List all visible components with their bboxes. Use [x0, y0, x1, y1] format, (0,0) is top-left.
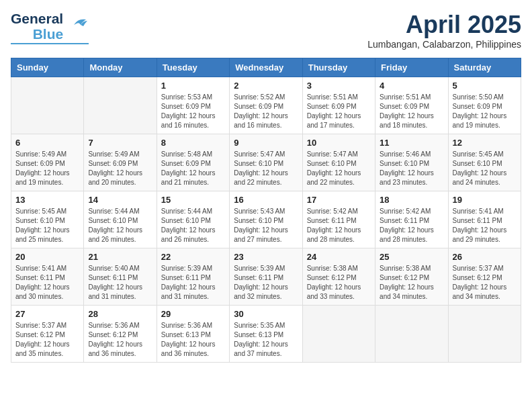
day-number: 25	[380, 252, 443, 262]
cell-sunrise-sunset-daylight: Sunrise: 5:42 AMSunset: 6:11 PMDaylight:…	[307, 207, 371, 244]
cell-sunrise-sunset-daylight: Sunrise: 5:38 AMSunset: 6:12 PMDaylight:…	[307, 264, 371, 302]
calendar-cell: 30Sunrise: 5:35 AMSunset: 6:13 PMDayligh…	[230, 306, 302, 363]
calendar-cell: 1Sunrise: 5:53 AMSunset: 6:09 PMDaylight…	[157, 77, 229, 134]
calendar-cell: 16Sunrise: 5:43 AMSunset: 6:10 PMDayligh…	[230, 191, 302, 248]
logo-divider	[11, 43, 89, 44]
weekday-header-wednesday: Wednesday	[230, 58, 302, 77]
calendar-cell: 25Sunrise: 5:38 AMSunset: 6:12 PMDayligh…	[375, 248, 448, 306]
cell-sunrise-sunset-daylight: Sunrise: 5:49 AMSunset: 6:09 PMDaylight:…	[15, 150, 79, 187]
logo-general: General	[11, 11, 63, 26]
day-number: 5	[453, 81, 517, 91]
calendar-cell: 7Sunrise: 5:49 AMSunset: 6:09 PMDaylight…	[84, 134, 157, 191]
cell-sunrise-sunset-daylight: Sunrise: 5:52 AMSunset: 6:09 PMDaylight:…	[234, 93, 298, 130]
location-title: Lumbangan, Calabarzon, Philippines	[367, 39, 521, 50]
calendar-cell: 21Sunrise: 5:40 AMSunset: 6:11 PMDayligh…	[84, 248, 157, 306]
day-number: 22	[161, 252, 225, 262]
cell-sunrise-sunset-daylight: Sunrise: 5:37 AMSunset: 6:12 PMDaylight:…	[15, 321, 79, 359]
cell-sunrise-sunset-daylight: Sunrise: 5:44 AMSunset: 6:10 PMDaylight:…	[88, 207, 152, 244]
day-number: 13	[15, 195, 79, 205]
logo-bird-icon	[67, 15, 89, 37]
weekday-header-sunday: Sunday	[11, 58, 84, 77]
cell-sunrise-sunset-daylight: Sunrise: 5:51 AMSunset: 6:09 PMDaylight:…	[307, 93, 371, 130]
cell-sunrise-sunset-daylight: Sunrise: 5:46 AMSunset: 6:10 PMDaylight:…	[380, 150, 443, 187]
day-number: 14	[88, 195, 152, 205]
calendar-cell: 19Sunrise: 5:41 AMSunset: 6:11 PMDayligh…	[448, 191, 521, 248]
day-number: 16	[234, 195, 298, 205]
day-number: 18	[380, 195, 443, 205]
cell-sunrise-sunset-daylight: Sunrise: 5:47 AMSunset: 6:10 PMDaylight:…	[234, 150, 298, 187]
cell-sunrise-sunset-daylight: Sunrise: 5:41 AMSunset: 6:11 PMDaylight:…	[453, 207, 517, 244]
calendar-cell	[302, 306, 375, 363]
cell-sunrise-sunset-daylight: Sunrise: 5:45 AMSunset: 6:10 PMDaylight:…	[453, 150, 517, 187]
calendar-cell	[448, 306, 521, 363]
week-row-4: 20Sunrise: 5:41 AMSunset: 6:11 PMDayligh…	[11, 248, 521, 306]
cell-sunrise-sunset-daylight: Sunrise: 5:43 AMSunset: 6:10 PMDaylight:…	[234, 207, 298, 244]
calendar-cell: 14Sunrise: 5:44 AMSunset: 6:10 PMDayligh…	[84, 191, 157, 248]
calendar-cell: 5Sunrise: 5:50 AMSunset: 6:09 PMDaylight…	[448, 77, 521, 134]
week-row-5: 27Sunrise: 5:37 AMSunset: 6:12 PMDayligh…	[11, 306, 521, 363]
cell-sunrise-sunset-daylight: Sunrise: 5:36 AMSunset: 6:13 PMDaylight:…	[161, 321, 225, 359]
day-number: 27	[15, 309, 79, 319]
cell-sunrise-sunset-daylight: Sunrise: 5:36 AMSunset: 6:12 PMDaylight:…	[88, 321, 152, 359]
logo: General Blue	[11, 11, 89, 44]
day-number: 23	[234, 252, 298, 262]
cell-sunrise-sunset-daylight: Sunrise: 5:47 AMSunset: 6:10 PMDaylight:…	[307, 150, 371, 187]
calendar-cell	[375, 306, 448, 363]
cell-sunrise-sunset-daylight: Sunrise: 5:41 AMSunset: 6:11 PMDaylight:…	[15, 264, 79, 302]
day-number: 12	[453, 138, 517, 148]
calendar-cell: 22Sunrise: 5:39 AMSunset: 6:11 PMDayligh…	[157, 248, 229, 306]
day-number: 3	[307, 81, 371, 91]
calendar-cell: 20Sunrise: 5:41 AMSunset: 6:11 PMDayligh…	[11, 248, 84, 306]
calendar-table: SundayMondayTuesdayWednesdayThursdayFrid…	[11, 58, 521, 363]
title-area: April 2025 Lumbangan, Calabarzon, Philip…	[367, 11, 521, 50]
calendar-cell: 23Sunrise: 5:39 AMSunset: 6:11 PMDayligh…	[230, 248, 302, 306]
day-number: 29	[161, 309, 225, 319]
day-number: 1	[161, 81, 225, 91]
cell-sunrise-sunset-daylight: Sunrise: 5:39 AMSunset: 6:11 PMDaylight:…	[161, 264, 225, 302]
cell-sunrise-sunset-daylight: Sunrise: 5:39 AMSunset: 6:11 PMDaylight:…	[234, 264, 298, 302]
day-number: 9	[234, 138, 298, 148]
calendar-cell: 3Sunrise: 5:51 AMSunset: 6:09 PMDaylight…	[302, 77, 375, 134]
cell-sunrise-sunset-daylight: Sunrise: 5:50 AMSunset: 6:09 PMDaylight:…	[453, 93, 517, 130]
calendar-cell: 12Sunrise: 5:45 AMSunset: 6:10 PMDayligh…	[448, 134, 521, 191]
calendar-cell: 17Sunrise: 5:42 AMSunset: 6:11 PMDayligh…	[302, 191, 375, 248]
day-number: 19	[453, 195, 517, 205]
day-number: 4	[380, 81, 443, 91]
week-row-1: 1Sunrise: 5:53 AMSunset: 6:09 PMDaylight…	[11, 77, 521, 134]
calendar-cell: 6Sunrise: 5:49 AMSunset: 6:09 PMDaylight…	[11, 134, 84, 191]
cell-sunrise-sunset-daylight: Sunrise: 5:35 AMSunset: 6:13 PMDaylight:…	[234, 321, 298, 359]
day-number: 30	[234, 309, 298, 319]
day-number: 2	[234, 81, 298, 91]
day-number: 11	[380, 138, 443, 148]
cell-sunrise-sunset-daylight: Sunrise: 5:51 AMSunset: 6:09 PMDaylight:…	[380, 93, 443, 130]
calendar-cell: 29Sunrise: 5:36 AMSunset: 6:13 PMDayligh…	[157, 306, 229, 363]
calendar-cell: 28Sunrise: 5:36 AMSunset: 6:12 PMDayligh…	[84, 306, 157, 363]
day-number: 10	[307, 138, 371, 148]
calendar-cell: 2Sunrise: 5:52 AMSunset: 6:09 PMDaylight…	[230, 77, 302, 134]
calendar-cell	[84, 77, 157, 134]
calendar-cell: 15Sunrise: 5:44 AMSunset: 6:10 PMDayligh…	[157, 191, 229, 248]
logo-blue: Blue	[33, 26, 64, 42]
calendar-cell: 10Sunrise: 5:47 AMSunset: 6:10 PMDayligh…	[302, 134, 375, 191]
day-number: 15	[161, 195, 225, 205]
week-row-3: 13Sunrise: 5:45 AMSunset: 6:10 PMDayligh…	[11, 191, 521, 248]
day-number: 8	[161, 138, 225, 148]
calendar-cell: 26Sunrise: 5:37 AMSunset: 6:12 PMDayligh…	[448, 248, 521, 306]
day-number: 24	[307, 252, 371, 262]
day-number: 17	[307, 195, 371, 205]
day-number: 28	[88, 309, 152, 319]
calendar-cell: 13Sunrise: 5:45 AMSunset: 6:10 PMDayligh…	[11, 191, 84, 248]
cell-sunrise-sunset-daylight: Sunrise: 5:44 AMSunset: 6:10 PMDaylight:…	[161, 207, 225, 244]
day-number: 21	[88, 252, 152, 262]
cell-sunrise-sunset-daylight: Sunrise: 5:37 AMSunset: 6:12 PMDaylight:…	[453, 264, 517, 302]
calendar-cell: 24Sunrise: 5:38 AMSunset: 6:12 PMDayligh…	[302, 248, 375, 306]
cell-sunrise-sunset-daylight: Sunrise: 5:38 AMSunset: 6:12 PMDaylight:…	[380, 264, 443, 302]
calendar-cell	[11, 77, 84, 134]
cell-sunrise-sunset-daylight: Sunrise: 5:40 AMSunset: 6:11 PMDaylight:…	[88, 264, 152, 302]
week-row-2: 6Sunrise: 5:49 AMSunset: 6:09 PMDaylight…	[11, 134, 521, 191]
month-title: April 2025	[367, 11, 521, 39]
calendar-cell: 4Sunrise: 5:51 AMSunset: 6:09 PMDaylight…	[375, 77, 448, 134]
day-number: 6	[15, 138, 79, 148]
cell-sunrise-sunset-daylight: Sunrise: 5:45 AMSunset: 6:10 PMDaylight:…	[15, 207, 79, 244]
weekday-header-monday: Monday	[84, 58, 157, 77]
